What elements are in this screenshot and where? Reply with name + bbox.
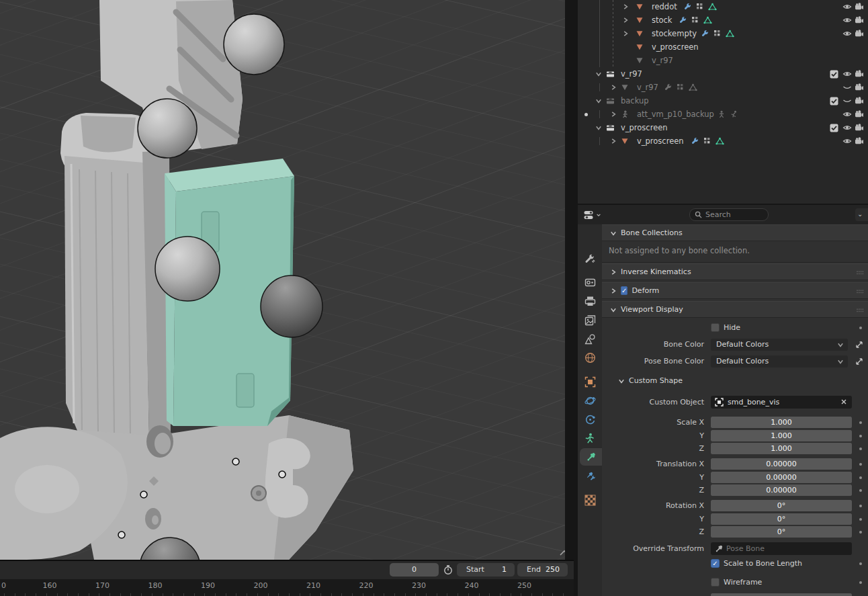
editor-type-selector[interactable] (583, 208, 605, 222)
rotation-1-field[interactable]: 0° (711, 513, 852, 525)
tab-output[interactable] (578, 292, 602, 310)
bone-sphere[interactable] (138, 99, 197, 158)
tab-tool[interactable] (578, 250, 602, 267)
current-frame-field[interactable]: 0 (390, 563, 439, 577)
section-inverse-kinematics[interactable]: Inverse Kinematics (602, 263, 868, 280)
viewport-visibility-icon[interactable] (842, 2, 852, 11)
viewport-visibility-icon[interactable] (842, 110, 852, 119)
outliner-row-att_vm_p10_backup[interactable]: att_vm_p10_backup (578, 108, 868, 121)
translation-0-field[interactable]: 0.00000 (711, 458, 852, 470)
tab-render[interactable] (578, 273, 602, 291)
outliner-item-label[interactable]: reddot (652, 2, 677, 11)
viewport-visibility-icon[interactable] (842, 15, 852, 25)
tab-data[interactable] (578, 429, 602, 447)
subsection-custom-shape[interactable]: Custom Shape (618, 376, 683, 385)
3d-viewport[interactable] (0, 0, 565, 560)
viewport-visibility-icon[interactable] (842, 83, 852, 92)
outliner-row-backup[interactable]: backup (578, 94, 868, 108)
tab-scene[interactable] (578, 330, 602, 347)
viewport-visibility-icon[interactable] (842, 29, 852, 38)
translation-2-field[interactable]: 0.00000 (711, 484, 852, 496)
outliner-row-v_proscreen[interactable]: v_proscreen (578, 134, 868, 148)
viewport-visibility-icon[interactable] (842, 96, 852, 105)
outliner-row-v_r97[interactable]: v_r97 (578, 67, 868, 81)
search-input[interactable]: Search (689, 208, 769, 221)
outliner-row-stockempty[interactable]: stockempty (578, 27, 868, 40)
outliner-item-label[interactable]: v_proscreen (621, 123, 668, 132)
tab-physics[interactable] (578, 392, 602, 409)
scale-1-field[interactable]: 1.000 (711, 430, 852, 441)
outliner-row-stock[interactable]: stock (578, 13, 868, 27)
clear-custom-object-button[interactable] (840, 398, 847, 405)
pose-bone-color-swap-button[interactable] (852, 355, 867, 368)
bone-sphere[interactable] (261, 275, 322, 337)
collection-checkbox[interactable] (830, 69, 838, 79)
translation-1-field[interactable]: 0.00000 (711, 472, 852, 483)
outliner-row-v_proscreen[interactable]: v_proscreen (578, 121, 868, 134)
scale-2-field[interactable]: 1.000 (711, 443, 852, 454)
outliner-item-label[interactable]: stockempty (652, 29, 697, 38)
outliner-item-label[interactable]: v_r97 (652, 56, 673, 65)
outliner-row-reddot[interactable]: reddot (578, 0, 868, 13)
stopwatch-icon[interactable] (443, 564, 453, 577)
render-visibility-icon[interactable] (855, 29, 864, 38)
render-visibility-icon[interactable] (855, 123, 864, 132)
render-visibility-icon[interactable] (855, 69, 864, 79)
render-visibility-icon[interactable] (855, 110, 864, 119)
properties-options-button[interactable]: ⌄ (855, 208, 868, 221)
tab-boneconstraint[interactable] (578, 467, 602, 484)
render-visibility-icon[interactable] (855, 136, 864, 146)
section-viewport-display[interactable]: Viewport Display (602, 301, 868, 318)
checkbox[interactable] (711, 323, 720, 332)
disclosure-triangle[interactable] (622, 30, 629, 37)
outliner-item-label[interactable]: backup (621, 96, 649, 105)
tab-viewlayer[interactable] (578, 311, 602, 329)
scale-0-field[interactable]: 1.000 (711, 417, 852, 428)
viewport-visibility-icon[interactable] (842, 123, 852, 132)
wireframe-row[interactable]: Wireframe (711, 578, 762, 587)
tab-object[interactable] (578, 373, 602, 390)
rotation-0-field[interactable]: 0° (711, 500, 852, 511)
outliner-item-label[interactable]: v_r97 (637, 83, 658, 92)
render-visibility-icon[interactable] (855, 15, 864, 25)
outliner-item-label[interactable]: v_proscreen (637, 136, 684, 146)
section-bone-collections[interactable]: Bone Collections (602, 224, 868, 241)
disclosure-triangle[interactable] (622, 3, 629, 10)
viewport-visibility-icon[interactable] (842, 136, 852, 146)
render-visibility-icon[interactable] (855, 83, 864, 92)
disclosure-triangle[interactable] (610, 111, 617, 118)
bone-sphere[interactable] (224, 14, 284, 75)
frame-end-field[interactable]: End 250 (517, 563, 568, 577)
rotation-2-field[interactable]: 0° (711, 526, 852, 538)
tab-texture[interactable] (578, 491, 602, 509)
outliner-row-v_r97[interactable]: v_r97 (578, 54, 868, 67)
outliner-item-label[interactable]: att_vm_p10_backup (637, 110, 714, 119)
disclosure-triangle[interactable] (595, 71, 602, 77)
outliner-item-label[interactable]: v_proscreen (652, 42, 699, 52)
disclosure-triangle[interactable] (610, 138, 617, 144)
override-transform-field[interactable]: Pose Bone (711, 542, 852, 555)
outliner-panel[interactable]: reddotstockstockemptyv_proscreenv_r97v_r… (578, 0, 868, 205)
collection-checkbox[interactable] (830, 96, 838, 105)
outliner-row-v_proscreen[interactable]: v_proscreen (578, 40, 868, 54)
section-deform[interactable]: ✓Deform (602, 282, 868, 299)
tab-bone[interactable] (580, 448, 602, 466)
disclosure-triangle[interactable] (595, 124, 602, 131)
disclosure-triangle[interactable] (622, 17, 629, 24)
timeline-editor[interactable]: 0 Start 1 End 250 0160170180190200210220… (0, 560, 574, 596)
bone-color-dropdown[interactable]: Default Colors (711, 339, 848, 351)
render-visibility-icon[interactable] (855, 96, 864, 105)
hide-checkbox-row[interactable]: Hide (711, 323, 740, 332)
disclosure-triangle[interactable] (595, 97, 602, 104)
bone-sphere[interactable] (155, 237, 220, 301)
outliner-item-label[interactable]: v_r97 (621, 69, 642, 79)
checkbox[interactable]: ✓ (621, 286, 627, 295)
collection-checkbox[interactable] (830, 123, 838, 132)
outliner-row-v_r97[interactable]: v_r97 (578, 81, 868, 94)
tab-world[interactable] (578, 349, 602, 366)
timeline-ruler[interactable]: 0160170180190200210220230240250 (0, 579, 574, 596)
checkbox[interactable]: ✓ (711, 559, 720, 568)
viewport-visibility-icon[interactable] (842, 69, 852, 79)
custom-object-field[interactable]: smd_bone_vis (711, 396, 852, 409)
frame-start-field[interactable]: Start 1 (457, 563, 515, 577)
